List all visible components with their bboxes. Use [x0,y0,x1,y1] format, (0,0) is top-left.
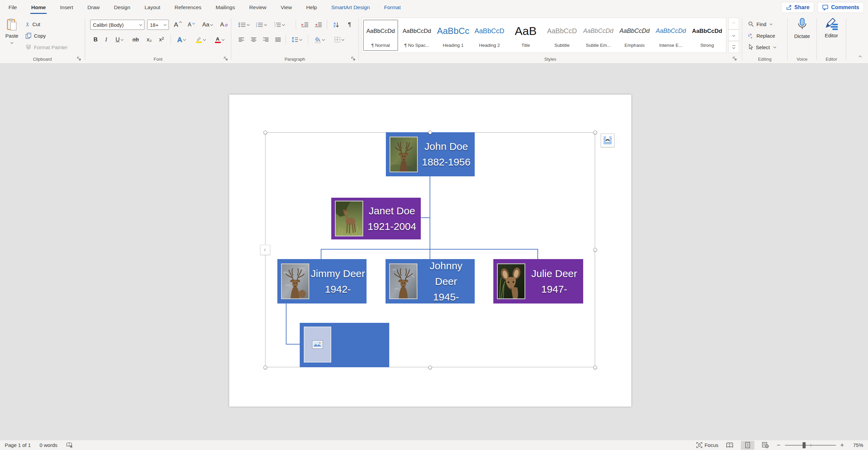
tab-view[interactable]: View [274,0,299,15]
highlight-button[interactable] [192,35,209,45]
tab-insert[interactable]: Insert [53,0,80,15]
focus-mode-button[interactable]: Focus [696,442,718,448]
font-dialog-launcher[interactable] [223,56,228,61]
node-text[interactable]: Jimmy Deer1942- [309,266,367,297]
font-color-button[interactable]: A [211,35,228,45]
editor-button[interactable]: Editor [817,18,846,38]
underline-button[interactable]: U [112,35,127,45]
page-indicator[interactable]: Page 1 of 1 [5,442,31,448]
select-button[interactable]: Select [746,42,777,52]
tab-home[interactable]: Home [24,0,53,15]
style-title[interactable]: AaBTitle [508,20,543,51]
zoom-out-button[interactable]: − [777,442,781,448]
smartart-node-johnny[interactable]: Johnny Deer1945- [386,259,475,304]
style-strong[interactable]: AaBbCcDdStrong [690,20,725,51]
multilevel-list-button[interactable]: 1ai [271,20,287,30]
tab-layout[interactable]: Layout [137,0,167,15]
styles-gallery-more-button[interactable] [728,41,739,53]
handle-top-center[interactable] [428,131,432,134]
style-normal[interactable]: AaBbCcDd¶ Normal [363,20,398,51]
numbering-button[interactable]: 123 [253,20,269,30]
replace-button[interactable]: bc Replace [746,31,777,41]
smartart-node-john[interactable]: John Doe1882-1956 [386,132,475,176]
sort-button[interactable]: AZ [330,20,343,30]
node-text[interactable]: Julie Deer1947- [525,266,583,297]
handle-bottom-right[interactable] [593,366,597,369]
shrink-font-button[interactable]: A [185,20,198,30]
tab-mailings[interactable]: Mailings [209,0,242,15]
find-button[interactable]: Find [746,19,774,29]
align-right-button[interactable] [260,35,271,45]
read-mode-button[interactable] [723,441,736,450]
font-name-combo[interactable]: Calibri (Body) [90,20,144,30]
style-emphasis[interactable]: AaBbCcDdEmphasis [617,20,652,51]
node-text[interactable]: John Doe1882-1956 [418,139,475,170]
subscript-button[interactable]: x₂ [143,35,155,45]
handle-bottom-left[interactable] [263,366,267,369]
share-button[interactable]: Share [781,2,814,13]
text-effects-button[interactable]: A [173,35,190,45]
align-center-button[interactable] [248,35,259,45]
increase-indent-button[interactable] [312,20,325,30]
word-count[interactable]: 0 words [40,442,58,448]
show-formatting-button[interactable]: ¶ [344,20,355,30]
handle-top-right[interactable] [593,131,597,134]
handle-middle-right[interactable] [593,248,597,252]
copy-button[interactable]: Copy [24,31,47,41]
align-left-button[interactable] [236,35,247,45]
collapse-ribbon-button[interactable] [856,53,865,61]
smartart-node-janet[interactable]: Janet Doe1921-2004 [331,198,421,239]
styles-dialog-launcher[interactable] [732,56,737,61]
layout-options-button[interactable] [601,134,614,147]
tab-format[interactable]: Format [377,0,408,15]
paste-button[interactable]: Paste [3,18,21,58]
proofing-status-button[interactable] [66,442,73,448]
style-subtle-emphasis[interactable]: AaBbCcDdSubtle Em... [581,20,616,51]
strikethrough-button[interactable]: ab [129,35,142,45]
style-intense-emphasis[interactable]: AaBbCcDdIntense E... [653,20,688,51]
web-layout-button[interactable] [759,441,772,450]
style-no-spacing[interactable]: AaBbCcDd¶ No Spac... [399,20,434,51]
bold-button[interactable]: B [91,35,101,45]
node-text[interactable]: Johnny Deer1945- [417,258,475,305]
smartart-node-new[interactable] [300,323,389,367]
font-size-combo[interactable]: 18+ [147,20,169,30]
justify-button[interactable] [273,35,283,45]
handle-bottom-center[interactable] [428,366,432,369]
node-text[interactable]: Janet Doe1921-2004 [363,203,421,234]
zoom-slider[interactable] [785,445,836,446]
clear-formatting-button[interactable]: A [218,20,230,30]
document-canvas[interactable]: John Doe1882-1956 Janet Doe1921-2004 [0,64,868,440]
superscript-button[interactable]: x² [156,35,167,45]
zoom-in-button[interactable]: + [840,442,844,448]
shading-button[interactable] [311,35,328,45]
format-painter-button[interactable]: Format Painter [24,42,69,52]
bullets-button[interactable] [236,20,252,30]
print-layout-button[interactable] [741,441,754,450]
comments-button[interactable]: Comments [817,2,864,13]
tab-review[interactable]: Review [242,0,274,15]
paste-dropdown-chevron[interactable] [11,41,13,44]
styles-scroll-up-button[interactable] [728,18,739,30]
line-spacing-button[interactable] [288,35,305,45]
smartart-node-jimmy[interactable]: Jimmy Deer1942- [277,259,367,304]
picture-placeholder[interactable] [304,327,331,363]
style-subtitle[interactable]: AaBbCcDSubtitle [545,20,579,51]
zoom-slider-thumb[interactable] [803,442,806,448]
tab-draw[interactable]: Draw [80,0,107,15]
zoom-level[interactable]: 75% [848,442,863,448]
smartart-text-pane-toggle[interactable] [260,245,270,255]
handle-top-left[interactable] [263,131,267,134]
tab-help[interactable]: Help [299,0,324,15]
tab-smartart-design[interactable]: SmartArt Design [324,0,377,15]
dictate-button[interactable]: Dictate [788,18,816,39]
clipboard-dialog-launcher[interactable] [77,56,81,61]
smartart-node-julie[interactable]: Julie Deer1947- [493,259,583,304]
grow-font-button[interactable]: A [171,20,184,30]
tab-file[interactable]: File [1,0,24,15]
tab-references[interactable]: References [167,0,209,15]
decrease-indent-button[interactable] [298,20,311,30]
cut-button[interactable]: ✂ Cut [24,19,42,29]
change-case-button[interactable]: Aa [200,20,215,30]
style-heading-1[interactable]: AaBbCcHeading 1 [436,20,471,51]
